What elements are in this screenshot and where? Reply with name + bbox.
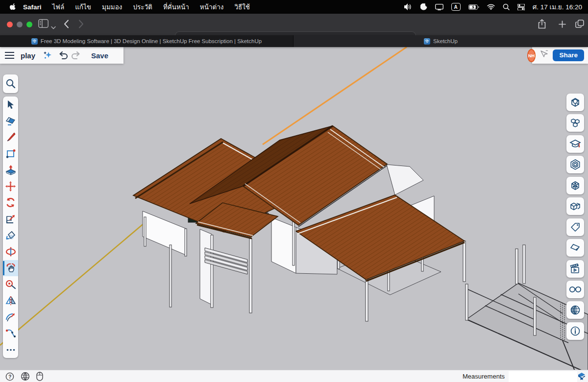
axis-line-yellow [0, 223, 145, 345]
offset-tool[interactable] [3, 243, 18, 260]
tab-sketchup-marketing[interactable]: Free 3D Modeling Software | 3D Design On… [0, 35, 294, 47]
display-cube-icon [570, 180, 581, 191]
macos-menu-bar: Safari ไฟล์ แก้ไข มุมมอง ประวัติ ที่คั่น… [0, 0, 588, 14]
select-tool[interactable] [3, 96, 18, 113]
panel-model-info[interactable] [566, 322, 584, 340]
minimize-window-button[interactable] [17, 22, 23, 27]
undo-button[interactable] [57, 49, 70, 62]
svg-text:?: ? [8, 374, 11, 379]
scale-tool[interactable] [3, 211, 18, 227]
apple-icon [10, 3, 16, 11]
tab-overview-icon[interactable] [575, 20, 584, 30]
model-title[interactable]: play [21, 51, 35, 60]
panel-outliner[interactable] [566, 197, 584, 215]
wifi-icon[interactable] [487, 4, 495, 10]
eraser-icon [5, 116, 16, 126]
flip-tool[interactable] [3, 293, 18, 309]
scale-icon [6, 214, 16, 224]
rotate-icon [5, 197, 16, 208]
new-tab-icon[interactable] [559, 21, 566, 30]
spotlight-icon[interactable] [503, 3, 510, 10]
display-icon[interactable] [435, 4, 443, 10]
push-pull-tool[interactable] [3, 162, 18, 178]
move-tool[interactable] [3, 178, 18, 194]
help-icon[interactable]: ? [5, 372, 14, 381]
ai-sparkle-icon[interactable] [41, 49, 54, 62]
panel-soften-edges[interactable] [566, 239, 584, 257]
app-header-right: NH Share [532, 47, 588, 64]
measurements-input[interactable] [509, 371, 577, 382]
menu-clock[interactable]: ศ. 17 เม.ย. 16:20 [533, 1, 582, 12]
panel-instructor[interactable] [566, 135, 584, 153]
dark-mode-icon[interactable] [420, 3, 427, 10]
menu-item-history[interactable]: ประวัติ [133, 1, 152, 12]
control-center-icon[interactable] [517, 4, 525, 10]
safari-tab-bar: Free 3D Modeling Software | 3D Design On… [0, 35, 588, 47]
sketchup-favicon [31, 38, 38, 45]
tab-sketchup-app[interactable]: SketchUp [294, 35, 588, 47]
share-button[interactable]: Share [553, 49, 584, 61]
sidebar-icon[interactable] [38, 19, 49, 30]
zoom-search-tool[interactable] [3, 74, 18, 93]
menu-item-edit[interactable]: แก้ไข [75, 1, 91, 12]
menu-item-file[interactable]: ไฟล์ [52, 1, 65, 12]
panel-styles[interactable] [566, 156, 584, 173]
fullscreen-window-button[interactable] [26, 22, 32, 27]
share-icon[interactable] [538, 19, 546, 31]
tab-title: SketchUp [433, 38, 458, 44]
panel-scenes[interactable] [566, 260, 584, 278]
rotate-tool[interactable] [3, 194, 18, 211]
language-globe-icon[interactable] [21, 372, 30, 381]
panel-components[interactable] [566, 114, 584, 132]
safari-toolbar: app.sketchup.com ⌨x [0, 14, 588, 36]
model-canvas[interactable]: SketchUp Upgrade Now [0, 47, 588, 370]
volume-icon[interactable] [404, 3, 413, 10]
house-model [0, 47, 588, 370]
status-bar: ? Measurements [0, 370, 588, 382]
apple-menu[interactable] [10, 3, 16, 11]
flip-icon [5, 296, 16, 306]
save-button[interactable]: Save [91, 51, 108, 60]
back-icon[interactable] [64, 20, 69, 30]
sketchup-favicon [424, 38, 430, 45]
menu-item-bookmarks[interactable]: ที่คั่นหน้า [163, 1, 189, 12]
arc-tool[interactable] [3, 309, 18, 325]
close-window-button[interactable] [7, 22, 13, 27]
ellipsis-icon [6, 349, 15, 351]
scenes-clapper-icon [569, 263, 581, 274]
soften-edges-icon [570, 243, 581, 253]
collaborate-cursor-icon[interactable] [540, 50, 548, 61]
panel-entity-info[interactable] [566, 94, 584, 111]
input-source-badge[interactable]: A [451, 3, 461, 11]
redo-button[interactable] [70, 49, 82, 62]
menu-item-window[interactable]: หน้าต่าง [200, 1, 224, 12]
orbit-tool[interactable] [3, 260, 18, 276]
left-tool-rail [3, 96, 18, 358]
push-pull-icon [5, 165, 16, 175]
line-tool[interactable] [3, 129, 18, 145]
panel-location[interactable] [566, 301, 584, 319]
mouse-icon[interactable] [36, 372, 43, 381]
eraser-tool[interactable] [3, 113, 18, 129]
rectangle-tool[interactable] [3, 145, 18, 162]
menu-item-view[interactable]: มุมมอง [102, 1, 122, 12]
chevron-down-icon[interactable] [51, 23, 56, 31]
hamburger-menu[interactable] [3, 49, 16, 62]
more-tools[interactable] [3, 342, 18, 358]
panel-views[interactable] [566, 281, 584, 298]
app-header-left: play Save [0, 47, 123, 64]
measurements-label: Measurements [441, 370, 505, 382]
avatar[interactable]: NH [527, 49, 536, 62]
panel-tags[interactable] [566, 218, 584, 236]
rectangle-icon [6, 149, 16, 159]
tag-icon [570, 222, 581, 233]
battery-icon[interactable] [468, 4, 479, 10]
tape-measure-tool[interactable] [3, 276, 18, 292]
menu-item-help[interactable]: วิธีใช้ [234, 1, 250, 12]
panel-display[interactable] [566, 177, 584, 194]
forward-icon[interactable] [78, 20, 84, 30]
freehand-tool[interactable] [3, 325, 18, 341]
paint-bucket-tool[interactable] [3, 227, 18, 243]
entity-info-icon [570, 97, 581, 108]
menu-item-safari[interactable]: Safari [23, 3, 42, 11]
